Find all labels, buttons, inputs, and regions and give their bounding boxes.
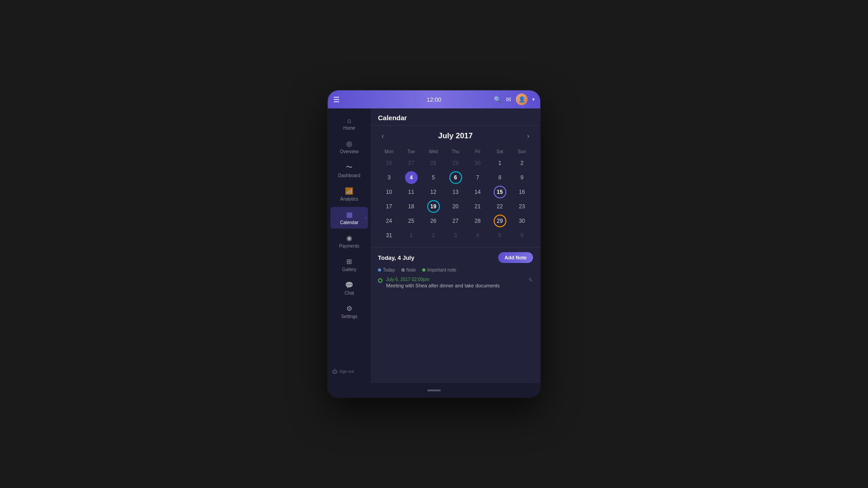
note-edit-icon[interactable]: ✎ [528,277,533,283]
sidebar-item-chat[interactable]: 💬 Chat [330,277,368,299]
day-24[interactable]: 24 [378,214,400,228]
day-21[interactable]: 21 [467,199,489,214]
sidebar-label-payments: Payments [339,244,359,249]
legend-today-label: Today [383,267,395,272]
selected-date-label: Today, 4 July [378,254,414,261]
day-27[interactable]: 27 [444,214,467,228]
legend-note: Note [401,267,416,272]
day-header-mon: Mon [378,147,400,156]
day-31[interactable]: 31 [378,228,400,243]
legend: Today Note Important note [378,267,533,272]
device-frame: ☰ 12:00 🔍 ✉ 👤 ▾ ⌂ Home ◎ Overview 〜 Dash… [328,90,540,398]
sidebar-label-dashboard: Dashboard [338,173,360,178]
sidebar-label-home: Home [343,126,355,131]
day-30-prev[interactable]: 30 [467,156,489,170]
day-29-prev[interactable]: 29 [444,156,467,170]
signout-button[interactable]: ⏻ Sign out [328,366,371,377]
search-icon[interactable]: 🔍 [494,96,501,103]
profile-chevron-icon[interactable]: ▾ [532,96,535,103]
legend-note-dot [401,268,405,272]
calendar-container: ‹ July 2017 › Mon Tue Wed Thu Fri Sat Su… [371,126,540,247]
day-26-prev[interactable]: 26 [378,156,400,170]
day-14[interactable]: 14 [467,185,489,199]
sidebar-label-analytics: Analytics [340,197,358,202]
prev-month-button[interactable]: ‹ [378,130,387,142]
signout-label: Sign out [339,369,354,374]
note-content: July 6, 2017 02:00pm Meeting with Shea a… [386,277,525,288]
sidebar-item-home[interactable]: ⌂ Home [330,113,368,134]
day-28-prev[interactable]: 28 [422,156,444,170]
hamburger-icon[interactable]: ☰ [333,95,340,104]
note-entry: July 6, 2017 02:00pm Meeting with Shea a… [378,277,533,288]
day-28[interactable]: 28 [467,214,489,228]
day-4-selected[interactable]: 4 [400,170,422,185]
top-bar-right: 🔍 ✉ 👤 ▾ [494,94,535,105]
calendar-grid: Mon Tue Wed Thu Fri Sat Sun 26 27 28 29 … [378,147,533,243]
day-23[interactable]: 23 [511,199,533,214]
day-header-tue: Tue [400,147,422,156]
sidebar-item-dashboard[interactable]: 〜 Dashboard [330,160,368,182]
sidebar-item-settings[interactable]: ⚙ Settings [330,301,368,323]
avatar[interactable]: 👤 [516,94,528,105]
legend-important-dot [422,268,425,272]
device-bottom-bar [328,383,540,398]
overview-icon: ◎ [346,140,352,148]
day-16[interactable]: 16 [511,185,533,199]
add-note-button[interactable]: Add Note [498,252,533,263]
sidebar-item-calendar[interactable]: ▦ Calendar › [330,207,368,229]
sidebar-item-overview[interactable]: ◎ Overview [330,136,368,158]
day-8[interactable]: 8 [489,170,511,185]
day-3[interactable]: 3 [378,170,400,185]
day-6-next[interactable]: 6 [511,228,533,243]
day-2[interactable]: 2 [511,156,533,170]
day-5-next[interactable]: 5 [489,228,511,243]
sidebar-item-analytics[interactable]: 📶 Analytics [330,183,368,205]
sidebar-item-payments[interactable]: ◉ Payments [330,230,368,252]
day-13[interactable]: 13 [444,185,467,199]
day-15-ring[interactable]: 15 [489,185,511,199]
day-25[interactable]: 25 [400,214,422,228]
calendar-panel: Calendar ‹ July 2017 › Mon Tue Wed Thu F… [371,108,540,383]
note-indicator-dot [378,278,382,283]
day-header-wed: Wed [422,147,444,156]
day-3-next[interactable]: 3 [444,228,467,243]
note-text: Meeting with Shea after dinner and take … [386,283,525,288]
day-1[interactable]: 1 [489,156,511,170]
day-26[interactable]: 26 [422,214,444,228]
day-1-next[interactable]: 1 [400,228,422,243]
gallery-icon: ⊞ [346,258,352,266]
month-title: July 2017 [438,131,473,141]
mail-icon[interactable]: ✉ [506,96,511,103]
day-27-prev[interactable]: 27 [400,156,422,170]
day-header-sun: Sun [511,147,533,156]
calendar-icon: ▦ [346,211,353,219]
day-7[interactable]: 7 [467,170,489,185]
day-19-teal[interactable]: 19 [422,199,444,214]
bottom-header: Today, 4 July Add Note [378,252,533,263]
day-header-thu: Thu [444,147,467,156]
sidebar-item-gallery[interactable]: ⊞ Gallery [330,254,368,276]
day-18[interactable]: 18 [400,199,422,214]
day-2-next[interactable]: 2 [422,228,444,243]
home-indicator[interactable] [427,389,441,391]
day-20[interactable]: 20 [444,199,467,214]
signout-icon: ⏻ [332,369,337,374]
day-10[interactable]: 10 [378,185,400,199]
top-bar: ☰ 12:00 🔍 ✉ 👤 ▾ [328,90,540,108]
day-30[interactable]: 30 [511,214,533,228]
sidebar: ⌂ Home ◎ Overview 〜 Dashboard 📶 Analytic… [328,108,371,383]
day-header-sat: Sat [489,147,511,156]
day-17[interactable]: 17 [378,199,400,214]
day-29-orange[interactable]: 29 [489,214,511,228]
calendar-chevron-icon: › [365,216,366,220]
next-month-button[interactable]: › [524,130,533,142]
day-22[interactable]: 22 [489,199,511,214]
day-4-next[interactable]: 4 [467,228,489,243]
day-12[interactable]: 12 [422,185,444,199]
day-11[interactable]: 11 [400,185,422,199]
day-9[interactable]: 9 [511,170,533,185]
day-5[interactable]: 5 [422,170,444,185]
note-date: July 6, 2017 02:00pm [386,277,525,282]
time-display: 12:00 [427,96,442,103]
day-6-teal[interactable]: 6 [444,170,467,185]
